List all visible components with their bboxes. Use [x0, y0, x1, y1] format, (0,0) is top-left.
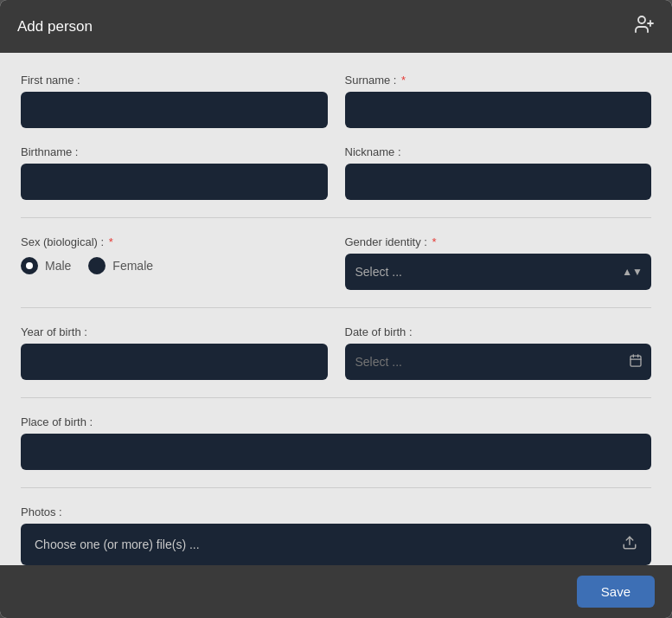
first-name-label: First name : [21, 74, 328, 87]
gender-identity-label: Gender identity : * [345, 235, 652, 248]
modal-body: First name : Surname : * Birthname : Nic… [0, 53, 672, 565]
photos-label: Photos : [21, 505, 651, 518]
place-of-birth-label: Place of birth : [21, 415, 651, 428]
nickname-input[interactable] [345, 164, 652, 200]
sex-required: * [106, 235, 113, 248]
add-person-modal: Add person First name : Surname : * [0, 0, 672, 618]
modal-footer: Save [0, 565, 672, 618]
divider-2 [21, 307, 651, 308]
birthname-nickname-row: Birthname : Nickname : [21, 145, 651, 200]
female-label: Female [112, 259, 153, 273]
male-radio[interactable] [21, 257, 38, 274]
sex-gender-row: Sex (biological) : * Male Female Gender … [21, 235, 651, 290]
divider-3 [21, 397, 651, 398]
divider-4 [21, 487, 651, 488]
first-name-group: First name : [21, 74, 328, 128]
male-label: Male [45, 259, 71, 273]
year-of-birth-label: Year of birth : [21, 325, 328, 338]
upload-icon [622, 535, 637, 554]
nickname-group: Nickname : [345, 145, 652, 200]
date-of-birth-input[interactable] [345, 344, 652, 380]
date-of-birth-label: Date of birth : [345, 325, 652, 338]
gender-required: * [429, 235, 437, 248]
first-name-input[interactable] [21, 92, 328, 128]
place-of-birth-group: Place of birth : [21, 415, 651, 470]
birthname-group: Birthname : [21, 145, 328, 200]
year-of-birth-group: Year of birth : [21, 325, 328, 380]
file-upload-label: Choose one (or more) file(s) ... [35, 538, 200, 551]
add-user-icon [634, 14, 655, 39]
gender-identity-select[interactable]: Select ... [345, 254, 652, 290]
divider-1 [21, 217, 651, 218]
surname-input[interactable] [345, 92, 652, 128]
surname-required: * [398, 74, 406, 87]
modal-title: Add person [17, 18, 93, 35]
year-of-birth-input[interactable] [21, 344, 328, 380]
male-option[interactable]: Male [21, 257, 71, 274]
sex-options: Male Female [21, 257, 328, 274]
date-wrapper [345, 344, 652, 380]
modal-header: Add person [0, 0, 672, 53]
file-upload-button[interactable]: Choose one (or more) file(s) ... [21, 524, 651, 565]
gender-identity-group: Gender identity : * Select ... ▲▼ [345, 235, 652, 290]
place-of-birth-input[interactable] [21, 434, 651, 470]
sex-label: Sex (biological) : * [21, 235, 328, 248]
surname-group: Surname : * [345, 74, 652, 128]
female-option[interactable]: Female [88, 257, 153, 274]
female-radio[interactable] [88, 257, 106, 274]
birthname-label: Birthname : [21, 145, 328, 158]
svg-point-0 [638, 16, 645, 23]
gender-select-wrapper: Select ... ▲▼ [345, 254, 652, 290]
birthname-input[interactable] [21, 164, 328, 200]
sex-group: Sex (biological) : * Male Female [21, 235, 328, 290]
save-button[interactable]: Save [577, 576, 655, 608]
photos-group: Photos : Choose one (or more) file(s) ..… [21, 505, 651, 565]
nickname-label: Nickname : [345, 145, 652, 158]
photos-row: Photos : Choose one (or more) file(s) ..… [21, 505, 651, 565]
date-of-birth-group: Date of birth : [345, 325, 652, 380]
name-row: First name : Surname : * [21, 74, 651, 128]
surname-label: Surname : * [345, 74, 652, 87]
birth-row: Year of birth : Date of birth : [21, 325, 651, 380]
place-of-birth-row: Place of birth : [21, 415, 651, 470]
